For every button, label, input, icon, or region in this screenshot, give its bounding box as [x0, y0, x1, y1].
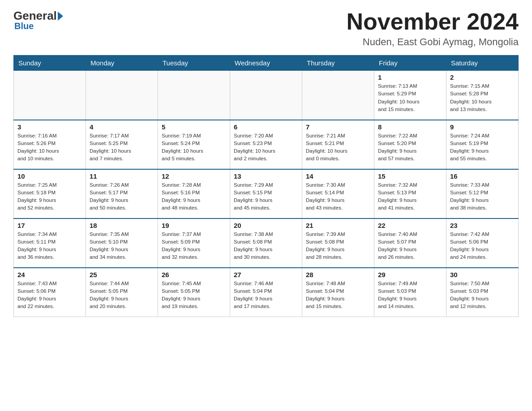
- day-info: Sunrise: 7:22 AMSunset: 5:20 PMDaylight:…: [378, 132, 442, 163]
- calendar-cell: 29Sunrise: 7:49 AMSunset: 5:03 PMDayligh…: [374, 268, 446, 317]
- day-number: 7: [306, 123, 370, 131]
- day-header-tuesday: Tuesday: [158, 56, 230, 71]
- calendar-cell: 26Sunrise: 7:45 AMSunset: 5:05 PMDayligh…: [158, 268, 230, 317]
- day-info: Sunrise: 7:15 AMSunset: 5:28 PMDaylight:…: [450, 82, 515, 113]
- calendar-cell: 2Sunrise: 7:15 AMSunset: 5:28 PMDaylight…: [446, 71, 519, 120]
- day-number: 30: [450, 271, 515, 278]
- day-info: Sunrise: 7:29 AMSunset: 5:15 PMDaylight:…: [234, 181, 298, 212]
- calendar-subtitle: Nuden, East Gobi Aymag, Mongolia: [347, 36, 519, 48]
- day-number: 15: [378, 172, 442, 180]
- day-header-monday: Monday: [86, 56, 158, 71]
- calendar-title: November 2024: [347, 9, 519, 34]
- calendar-cell: [230, 71, 302, 120]
- day-number: 13: [234, 172, 298, 180]
- day-header-saturday: Saturday: [446, 56, 519, 71]
- logo-arrow-icon: [58, 12, 63, 21]
- day-number: 14: [306, 172, 370, 180]
- day-number: 19: [162, 222, 226, 229]
- day-info: Sunrise: 7:50 AMSunset: 5:03 PMDaylight:…: [450, 280, 515, 311]
- day-info: Sunrise: 7:35 AMSunset: 5:10 PMDaylight:…: [90, 231, 154, 261]
- day-number: 11: [90, 172, 154, 180]
- calendar-cell: 15Sunrise: 7:32 AMSunset: 5:13 PMDayligh…: [374, 169, 446, 218]
- calendar-cell: 13Sunrise: 7:29 AMSunset: 5:15 PMDayligh…: [230, 169, 302, 218]
- calendar-week-5: 24Sunrise: 7:43 AMSunset: 5:06 PMDayligh…: [14, 268, 519, 317]
- day-number: 4: [90, 123, 154, 131]
- calendar-week-1: 1Sunrise: 7:13 AMSunset: 5:29 PMDaylight…: [14, 71, 519, 120]
- day-number: 1: [378, 73, 442, 81]
- calendar-cell: 22Sunrise: 7:40 AMSunset: 5:07 PMDayligh…: [374, 218, 446, 268]
- day-header-wednesday: Wednesday: [230, 56, 302, 71]
- day-info: Sunrise: 7:19 AMSunset: 5:24 PMDaylight:…: [162, 132, 226, 163]
- calendar-cell: [14, 71, 86, 120]
- day-number: 21: [306, 222, 370, 229]
- calendar-cell: 21Sunrise: 7:39 AMSunset: 5:08 PMDayligh…: [302, 218, 374, 268]
- calendar-cell: [302, 71, 374, 120]
- day-info: Sunrise: 7:24 AMSunset: 5:19 PMDaylight:…: [450, 132, 515, 163]
- calendar-header-row: SundayMondayTuesdayWednesdayThursdayFrid…: [14, 56, 519, 71]
- day-number: 10: [17, 172, 82, 180]
- day-info: Sunrise: 7:37 AMSunset: 5:09 PMDaylight:…: [162, 231, 226, 261]
- day-number: 18: [90, 222, 154, 229]
- day-number: 2: [450, 73, 515, 81]
- calendar-cell: 6Sunrise: 7:20 AMSunset: 5:23 PMDaylight…: [230, 120, 302, 169]
- day-info: Sunrise: 7:30 AMSunset: 5:14 PMDaylight:…: [306, 181, 370, 212]
- day-number: 22: [378, 222, 442, 229]
- calendar-cell: 24Sunrise: 7:43 AMSunset: 5:06 PMDayligh…: [14, 268, 86, 317]
- calendar-cell: 20Sunrise: 7:38 AMSunset: 5:08 PMDayligh…: [230, 218, 302, 268]
- calendar-cell: 3Sunrise: 7:16 AMSunset: 5:26 PMDaylight…: [14, 120, 86, 169]
- calendar-cell: 30Sunrise: 7:50 AMSunset: 5:03 PMDayligh…: [446, 268, 519, 317]
- day-header-sunday: Sunday: [14, 56, 86, 71]
- calendar-table: SundayMondayTuesdayWednesdayThursdayFrid…: [13, 55, 519, 317]
- calendar-cell: 19Sunrise: 7:37 AMSunset: 5:09 PMDayligh…: [158, 218, 230, 268]
- day-number: 5: [162, 123, 226, 131]
- day-number: 16: [450, 172, 515, 180]
- calendar-cell: 27Sunrise: 7:46 AMSunset: 5:04 PMDayligh…: [230, 268, 302, 317]
- calendar-cell: [86, 71, 158, 120]
- title-area: November 2024 Nuden, East Gobi Aymag, Mo…: [347, 9, 519, 48]
- day-info: Sunrise: 7:43 AMSunset: 5:06 PMDaylight:…: [17, 280, 82, 311]
- day-number: 28: [306, 271, 370, 278]
- calendar-cell: 14Sunrise: 7:30 AMSunset: 5:14 PMDayligh…: [302, 169, 374, 218]
- calendar-cell: 8Sunrise: 7:22 AMSunset: 5:20 PMDaylight…: [374, 120, 446, 169]
- calendar-week-3: 10Sunrise: 7:25 AMSunset: 5:18 PMDayligh…: [14, 169, 519, 218]
- calendar-cell: 5Sunrise: 7:19 AMSunset: 5:24 PMDaylight…: [158, 120, 230, 169]
- day-info: Sunrise: 7:34 AMSunset: 5:11 PMDaylight:…: [17, 231, 82, 261]
- day-info: Sunrise: 7:20 AMSunset: 5:23 PMDaylight:…: [234, 132, 298, 163]
- day-info: Sunrise: 7:40 AMSunset: 5:07 PMDaylight:…: [378, 231, 442, 261]
- calendar-cell: 18Sunrise: 7:35 AMSunset: 5:10 PMDayligh…: [86, 218, 158, 268]
- day-number: 27: [234, 271, 298, 278]
- day-info: Sunrise: 7:16 AMSunset: 5:26 PMDaylight:…: [17, 132, 82, 163]
- calendar-cell: 4Sunrise: 7:17 AMSunset: 5:25 PMDaylight…: [86, 120, 158, 169]
- day-info: Sunrise: 7:38 AMSunset: 5:08 PMDaylight:…: [234, 231, 298, 261]
- day-number: 20: [234, 222, 298, 229]
- day-info: Sunrise: 7:33 AMSunset: 5:12 PMDaylight:…: [450, 181, 515, 212]
- calendar-cell: 25Sunrise: 7:44 AMSunset: 5:05 PMDayligh…: [86, 268, 158, 317]
- day-number: 24: [17, 271, 82, 278]
- day-info: Sunrise: 7:13 AMSunset: 5:29 PMDaylight:…: [378, 82, 442, 113]
- day-number: 29: [378, 271, 442, 278]
- day-number: 9: [450, 123, 515, 131]
- day-info: Sunrise: 7:26 AMSunset: 5:17 PMDaylight:…: [90, 181, 154, 212]
- calendar-week-4: 17Sunrise: 7:34 AMSunset: 5:11 PMDayligh…: [14, 218, 519, 268]
- calendar-cell: 10Sunrise: 7:25 AMSunset: 5:18 PMDayligh…: [14, 169, 86, 218]
- calendar-cell: 1Sunrise: 7:13 AMSunset: 5:29 PMDaylight…: [374, 71, 446, 120]
- day-number: 23: [450, 222, 515, 229]
- day-number: 25: [90, 271, 154, 278]
- calendar-cell: 28Sunrise: 7:48 AMSunset: 5:04 PMDayligh…: [302, 268, 374, 317]
- calendar-cell: 23Sunrise: 7:42 AMSunset: 5:06 PMDayligh…: [446, 218, 519, 268]
- day-info: Sunrise: 7:49 AMSunset: 5:03 PMDaylight:…: [378, 280, 442, 311]
- logo-area: General Blue: [13, 9, 64, 31]
- logo-blue: Blue: [14, 21, 34, 31]
- day-info: Sunrise: 7:25 AMSunset: 5:18 PMDaylight:…: [17, 181, 82, 212]
- calendar-cell: 17Sunrise: 7:34 AMSunset: 5:11 PMDayligh…: [14, 218, 86, 268]
- day-info: Sunrise: 7:45 AMSunset: 5:05 PMDaylight:…: [162, 280, 226, 311]
- day-info: Sunrise: 7:17 AMSunset: 5:25 PMDaylight:…: [90, 132, 154, 163]
- day-header-friday: Friday: [374, 56, 446, 71]
- day-info: Sunrise: 7:39 AMSunset: 5:08 PMDaylight:…: [306, 231, 370, 261]
- day-info: Sunrise: 7:32 AMSunset: 5:13 PMDaylight:…: [378, 181, 442, 212]
- calendar-cell: [158, 71, 230, 120]
- day-number: 3: [17, 123, 82, 131]
- day-info: Sunrise: 7:28 AMSunset: 5:16 PMDaylight:…: [162, 181, 226, 212]
- calendar-cell: 9Sunrise: 7:24 AMSunset: 5:19 PMDaylight…: [446, 120, 519, 169]
- day-info: Sunrise: 7:48 AMSunset: 5:04 PMDaylight:…: [306, 280, 370, 311]
